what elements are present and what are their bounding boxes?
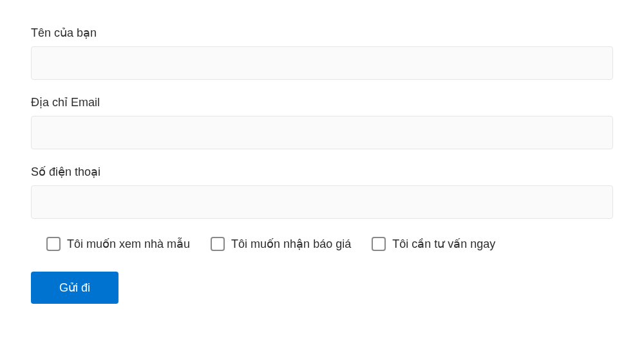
name-input[interactable]	[31, 46, 613, 80]
checkbox-item-quote[interactable]: Tôi muốn nhận báo giá	[211, 237, 351, 251]
phone-field-group: Số điện thoại	[31, 165, 613, 219]
checkbox-label: Tôi muốn xem nhà mẫu	[67, 237, 190, 251]
name-label: Tên của bạn	[31, 26, 613, 40]
checkbox-box[interactable]	[211, 237, 225, 251]
email-label: Địa chỉ Email	[31, 95, 613, 109]
submit-button[interactable]: Gửi đi	[31, 272, 118, 304]
phone-input[interactable]	[31, 185, 613, 219]
checkbox-item-consult[interactable]: Tôi cần tư vấn ngay	[372, 237, 495, 251]
phone-label: Số điện thoại	[31, 165, 613, 179]
checkbox-item-sample-house[interactable]: Tôi muốn xem nhà mẫu	[46, 237, 190, 251]
checkbox-box[interactable]	[372, 237, 386, 251]
email-input[interactable]	[31, 116, 613, 149]
checkbox-label: Tôi muốn nhận báo giá	[231, 237, 351, 251]
checkbox-row: Tôi muốn xem nhà mẫu Tôi muốn nhận báo g…	[31, 237, 613, 251]
name-field-group: Tên của bạn	[31, 26, 613, 80]
email-field-group: Địa chỉ Email	[31, 95, 613, 149]
checkbox-box[interactable]	[46, 237, 61, 251]
contact-form: Tên của bạn Địa chỉ Email Số điện thoại …	[31, 26, 613, 304]
checkbox-label: Tôi cần tư vấn ngay	[392, 237, 495, 251]
